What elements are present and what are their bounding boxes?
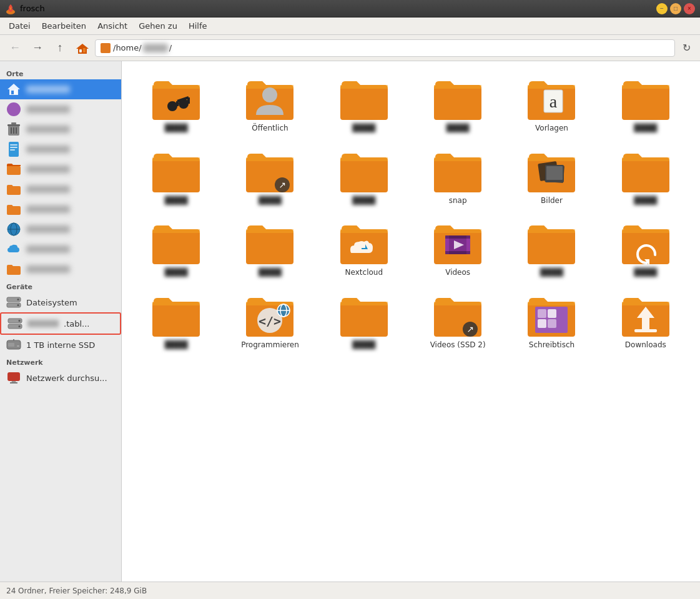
svg-rect-6 xyxy=(14,89,17,94)
folder12-icon xyxy=(621,149,671,194)
folder19-label: ████ xyxy=(165,340,188,350)
svg-point-21 xyxy=(17,299,19,300)
folder-item-vorlagen[interactable]: a Vorlagen xyxy=(507,71,596,139)
folder-item-snap[interactable]: snap xyxy=(413,144,502,211)
sidebar-item-desktop[interactable] xyxy=(0,99,121,119)
svg-rect-16 xyxy=(10,149,15,151)
sidebar-item-trash[interactable] xyxy=(0,119,121,139)
sidebar-item-folder1[interactable] xyxy=(0,159,121,179)
sidebar-item-music[interactable] xyxy=(0,179,121,199)
sidebar-globe-label xyxy=(26,225,70,233)
titlebar-left: frosch xyxy=(5,3,45,14)
folder-item-programmieren[interactable]: </> Programmieren xyxy=(225,288,314,355)
folder-item-7[interactable]: ████ xyxy=(132,144,220,211)
folder9-icon xyxy=(339,149,389,194)
folder14-icon xyxy=(245,220,295,265)
bilder-folder-label: Bilder xyxy=(541,196,563,206)
svg-rect-5 xyxy=(11,91,14,94)
svg-rect-52 xyxy=(445,251,470,254)
svg-point-23 xyxy=(17,304,19,306)
folder-item-9[interactable]: ████ xyxy=(320,144,408,211)
downloads-folder-icon xyxy=(621,293,671,338)
folder-item-13[interactable]: ████ xyxy=(132,215,220,283)
sidebar-ssd-label: 1 TB interne SSD xyxy=(26,340,95,350)
menubar: Datei Bearbeiten Ansicht Gehen zu Hilfe xyxy=(0,17,700,35)
folder1-sidebar-icon xyxy=(6,162,21,177)
folder-item-nextcloud[interactable]: Nextcloud xyxy=(320,215,408,283)
vorlagen-folder-label: Vorlagen xyxy=(535,124,568,134)
titlebar-controls: − □ × xyxy=(656,3,695,14)
sidebar-item-download2[interactable] xyxy=(0,259,121,279)
up-button[interactable]: ↑ xyxy=(50,38,70,58)
folder-item-18[interactable]: ████ xyxy=(601,215,690,283)
home-button[interactable] xyxy=(72,38,92,58)
folder-item-public[interactable]: Öffentlich xyxy=(225,71,314,139)
sidebar-item-cloud[interactable] xyxy=(0,239,121,259)
svg-text:</>: </> xyxy=(259,314,281,329)
folder-item-6[interactable]: ████ xyxy=(601,71,690,139)
folder-item-bilder[interactable]: Bilder xyxy=(507,144,596,211)
address-bar[interactable]: /home// xyxy=(95,39,675,57)
reload-button[interactable]: ↻ xyxy=(678,39,695,57)
sidebar-item-film[interactable] xyxy=(0,199,121,219)
downloads-folder-label: Downloads xyxy=(625,340,666,350)
folder-item-8[interactable]: ↗ ████ xyxy=(225,144,314,211)
music-folder-icon xyxy=(151,76,201,121)
menu-hilfe[interactable]: Hilfe xyxy=(184,19,212,32)
sidebar-item-globe[interactable] xyxy=(0,219,121,239)
folder-item-downloads[interactable]: Downloads xyxy=(601,288,690,355)
folder-item-19[interactable]: ████ xyxy=(132,288,220,355)
cloud-sidebar-icon xyxy=(6,242,21,257)
back-button[interactable]: ← xyxy=(5,38,25,58)
folder21-label: ████ xyxy=(352,340,375,350)
sidebar-folder1-label xyxy=(26,166,70,173)
menu-gehen-zu[interactable]: Gehen zu xyxy=(134,19,182,32)
doc-sidebar-icon xyxy=(6,142,21,157)
folder-item-14[interactable]: ████ xyxy=(225,215,314,283)
folder-item-videos[interactable]: Videos xyxy=(413,215,502,283)
folder8-label: ████ xyxy=(259,196,282,206)
folder-item-videos-ssd[interactable]: ↗ Videos (SSD 2) xyxy=(413,288,502,355)
sidebar-home-label xyxy=(26,86,70,93)
sidebar-item-home[interactable] xyxy=(0,79,121,99)
folder-item-music[interactable]: ████ xyxy=(132,71,220,139)
sidebar-item-filesystem[interactable]: Dateisystem xyxy=(0,292,121,312)
svg-rect-51 xyxy=(445,235,470,239)
sidebar-tablet-label2: .tabl... xyxy=(64,319,89,329)
svg-rect-67 xyxy=(548,319,556,328)
svg-rect-65 xyxy=(548,309,556,318)
minimize-button[interactable]: − xyxy=(656,3,668,14)
sidebar-item-tablet[interactable]: .tabl... xyxy=(0,312,121,335)
svg-point-38 xyxy=(262,87,277,102)
close-button[interactable]: × xyxy=(684,3,695,14)
devices-section-title: Geräte xyxy=(0,279,121,292)
menu-bearbeiten[interactable]: Bearbeiten xyxy=(37,19,91,32)
restore-button[interactable]: □ xyxy=(670,3,681,14)
folder-item-3[interactable]: ████ xyxy=(320,71,408,139)
sidebar-item-network-search[interactable]: Netzwerk durchsu... xyxy=(0,368,121,388)
forward-button[interactable]: → xyxy=(27,38,47,58)
folder14-label: ████ xyxy=(259,268,282,278)
videos-ssd-folder-icon: ↗ xyxy=(433,293,483,338)
folder-item-schreibtisch[interactable]: Schreibtisch xyxy=(507,288,596,355)
menu-datei[interactable]: Datei xyxy=(4,19,36,32)
folder-item-17[interactable]: ████ xyxy=(507,215,596,283)
folder13-label: ████ xyxy=(165,268,188,278)
folder-item-12[interactable]: ████ xyxy=(601,144,690,211)
nextcloud-folder-label: Nextcloud xyxy=(345,268,383,278)
sidebar-item-doc[interactable] xyxy=(0,139,121,159)
folder-item-21[interactable]: ████ xyxy=(320,288,408,355)
folder-item-4[interactable]: ████ xyxy=(413,71,502,139)
sidebar-filesystem-label: Dateisystem xyxy=(26,298,77,307)
menu-ansicht[interactable]: Ansicht xyxy=(92,19,132,32)
places-section-title: Orte xyxy=(0,66,121,79)
svg-rect-66 xyxy=(538,319,546,328)
svg-text:↗: ↗ xyxy=(279,180,287,190)
music-folder-label: ████ xyxy=(165,124,188,134)
desktop-sidebar-icon xyxy=(6,102,21,117)
svg-point-33 xyxy=(167,101,177,111)
content-area: ████ Öffentlich xyxy=(122,61,700,582)
svg-rect-8 xyxy=(7,124,20,126)
sidebar-item-ssd[interactable]: 1 TB interne SSD xyxy=(0,335,121,355)
folder6-icon xyxy=(621,76,671,121)
